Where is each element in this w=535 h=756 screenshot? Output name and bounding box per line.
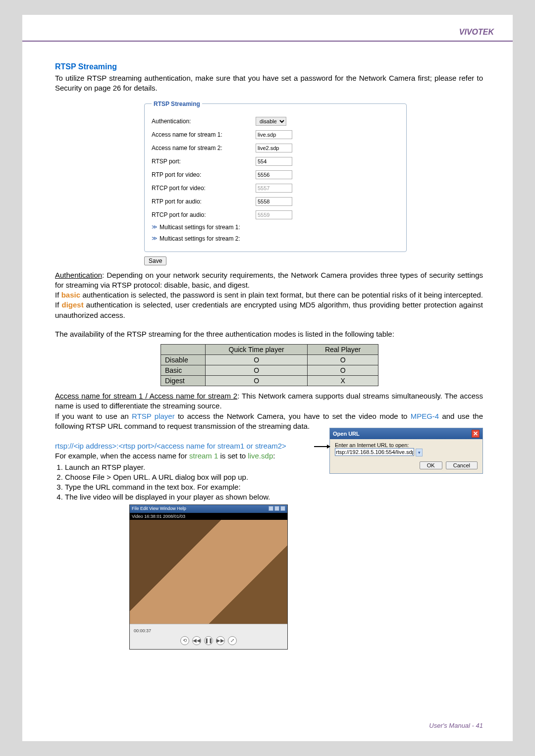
table-row: Digest O X	[161, 376, 378, 386]
row-stream2-name: Access name for stream 2:	[152, 144, 399, 152]
dialog-label: Enter an Internet URL to open:	[335, 442, 478, 448]
input-rtcp-audio	[256, 210, 292, 219]
rewind-start-icon[interactable]: ⟲	[180, 636, 189, 645]
input-rtp-audio[interactable]	[256, 197, 292, 206]
digest-keyword: digest	[62, 301, 84, 309]
player-time-left: 00:00:37	[134, 628, 151, 633]
row-authentication: Authentication: disable	[152, 117, 399, 126]
expand-icon: ≫	[152, 224, 158, 230]
expand-icon: ≫	[152, 235, 158, 242]
rtsp-fieldset: RTSP Streaming Authentication: disable A…	[144, 101, 407, 252]
label-rtcp-video: RTCP port for video:	[152, 185, 256, 192]
input-stream2-name[interactable]	[256, 144, 292, 152]
open-url-dialog: Open URL ✕ Enter an Internet URL to open…	[329, 428, 483, 474]
basic-keyword: basic	[61, 291, 80, 299]
ok-button[interactable]: OK	[420, 461, 442, 469]
auth-mode-table: Quick Time player Real Player Disable O …	[160, 344, 378, 386]
table-row: Disable O O	[161, 355, 378, 365]
cancel-button[interactable]: Cancel	[446, 461, 478, 469]
mpeg4-keyword: MPEG-4	[411, 412, 439, 420]
forward-icon[interactable]: ▶▶	[216, 636, 225, 645]
brand-text: VIVOTEK	[459, 28, 494, 37]
row-rtp-video: RTP port for video:	[152, 170, 399, 179]
input-rtp-video[interactable]	[256, 170, 292, 179]
label-rtp-video: RTP port for video:	[152, 171, 256, 178]
access-lead: Access name for stream 1 / Access name f…	[55, 392, 237, 400]
fieldset-legend: RTSP Streaming	[152, 101, 202, 107]
section-title: RTSP Streaming	[55, 62, 483, 71]
row-rtsp-port: RTSP port:	[152, 157, 399, 166]
table-row: Basic O O	[161, 365, 378, 376]
row-rtp-audio: RTP port for audio:	[152, 197, 399, 206]
label-stream2-name: Access name for stream 2:	[152, 145, 256, 151]
access-paragraph: Access name for stream 1 / Access name f…	[55, 391, 483, 431]
window-controls	[268, 506, 285, 512]
rtsp-player-keyword: RTSP player	[132, 412, 175, 420]
page-header: VIVOTEK	[22, 15, 513, 42]
row-rtcp-audio: RTCP port for audio:	[152, 210, 399, 219]
input-rtsp-port[interactable]	[256, 157, 292, 166]
player-caption: Video 16:38:01 2008/01/03	[130, 513, 287, 520]
close-icon[interactable]: ✕	[472, 430, 480, 438]
chevron-down-icon[interactable]: ▾	[416, 449, 423, 456]
pause-icon[interactable]: ❚❚	[204, 636, 213, 645]
arrow-icon	[314, 446, 330, 447]
video-frame	[130, 520, 287, 624]
row-stream1-name: Access name for stream 1:	[152, 130, 399, 139]
label-rtp-audio: RTP port for audio:	[152, 198, 256, 205]
rewind-icon[interactable]: ◀◀	[192, 636, 201, 645]
video-player-screenshot: File Edit View Window Help Video 16:38:0…	[129, 504, 288, 650]
table-header: Real Player	[308, 345, 378, 355]
select-authentication[interactable]: disable	[256, 117, 286, 126]
save-button[interactable]: Save	[144, 256, 166, 265]
input-rtcp-video	[256, 184, 292, 193]
auth-lead: Authentication	[55, 271, 102, 279]
label-rtcp-audio: RTCP port for audio:	[152, 211, 256, 218]
url-input[interactable]	[335, 448, 414, 456]
player-menu: File Edit View Window Help	[132, 506, 186, 512]
table-header: Quick Time player	[206, 345, 308, 355]
label-stream1-name: Access name for stream 1:	[152, 131, 256, 138]
fullscreen-icon[interactable]: ⤢	[228, 636, 237, 645]
row-rtcp-video: RTCP port for video:	[152, 184, 399, 193]
auth-paragraph: Authentication: Depending on your networ…	[55, 270, 483, 320]
row-multicast1[interactable]: ≫ Multicast settings for stream 1:	[152, 224, 399, 231]
list-item: Choose File > Open URL. A URL dialog box…	[65, 472, 483, 482]
list-item: The live video will be displayed in your…	[65, 492, 483, 502]
label-multicast1: Multicast settings for stream 1:	[160, 224, 240, 231]
label-authentication: Authentication:	[152, 118, 256, 125]
table-caption: The availability of the RTSP streaming f…	[55, 329, 483, 339]
input-stream1-name[interactable]	[256, 130, 292, 139]
label-rtsp-port: RTSP port:	[152, 158, 256, 165]
label-multicast2: Multicast settings for stream 2:	[160, 235, 240, 242]
table-header	[161, 345, 206, 355]
list-item: Type the URL command in the text box. Fo…	[65, 482, 483, 492]
row-multicast2[interactable]: ≫ Multicast settings for stream 2:	[152, 235, 399, 242]
intro-paragraph: To utilize RTSP streaming authentication…	[55, 73, 483, 94]
page-footer: User's Manual - 41	[429, 722, 483, 729]
dialog-title: Open URL	[333, 431, 360, 437]
